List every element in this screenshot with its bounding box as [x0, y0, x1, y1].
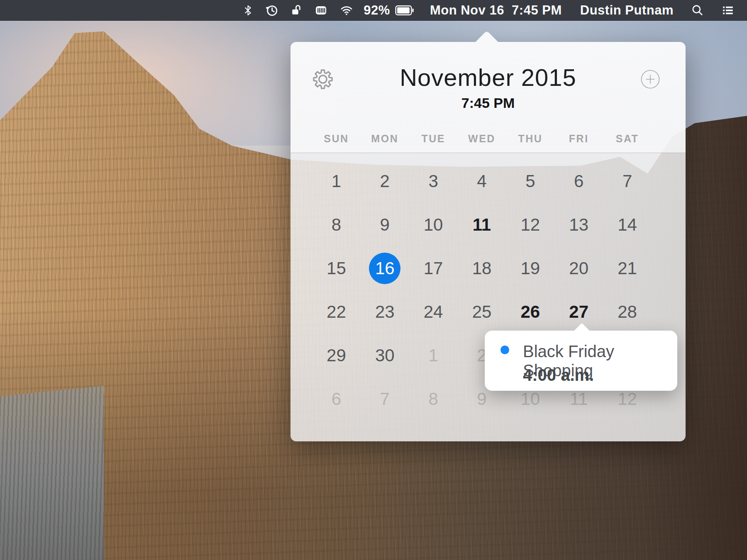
- day-cell[interactable]: 4: [458, 159, 506, 203]
- calendar-month-title: November 2015: [290, 63, 686, 91]
- day-cell[interactable]: 8: [312, 203, 361, 246]
- day-cell[interactable]: 11: [458, 203, 506, 246]
- time-machine-icon[interactable]: [259, 0, 284, 21]
- day-cell[interactable]: 30: [361, 334, 409, 377]
- weekday-label: WED: [458, 130, 506, 147]
- day-cell[interactable]: 5: [506, 159, 554, 203]
- notification-center-icon[interactable]: [712, 0, 747, 21]
- day-cell[interactable]: 18: [458, 246, 506, 290]
- search-icon[interactable]: [683, 0, 712, 21]
- day-cell[interactable]: 3: [409, 159, 458, 203]
- day-cell[interactable]: 10: [409, 203, 458, 246]
- wallpaper-rock-left: [0, 386, 104, 560]
- weekday-label: MON: [361, 130, 409, 147]
- day-cell[interactable]: 29: [312, 334, 361, 377]
- day-cell[interactable]: 15: [312, 246, 361, 290]
- unlocked-padlock-icon[interactable]: [284, 0, 308, 21]
- barcode-icon[interactable]: [308, 0, 334, 21]
- day-cell[interactable]: 1: [312, 159, 361, 203]
- day-cell[interactable]: 20: [554, 246, 603, 290]
- day-cell[interactable]: 12: [506, 203, 554, 246]
- weekday-label: FRI: [554, 130, 603, 147]
- day-cell[interactable]: 6: [312, 377, 361, 421]
- day-cell[interactable]: 14: [603, 203, 652, 246]
- day-cell[interactable]: 16: [361, 246, 409, 290]
- weekday-label: SUN: [312, 130, 361, 147]
- event-tooltip: Black Friday Shopping 4:00 a.m.: [485, 331, 677, 391]
- day-cell[interactable]: 25: [458, 290, 506, 334]
- day-cell[interactable]: 17: [409, 246, 458, 290]
- event-time: 4:00 a.m.: [523, 365, 594, 385]
- day-cell[interactable]: 2: [361, 159, 409, 203]
- battery-percentage: 92%: [364, 3, 390, 18]
- header-divider: [290, 153, 686, 153]
- day-cell[interactable]: 8: [409, 377, 458, 421]
- day-cell[interactable]: 26: [506, 290, 554, 334]
- menu-bar-clock[interactable]: Mon Nov 16 7:45 PM: [421, 0, 571, 21]
- popover-arrow: [466, 31, 508, 42]
- menu-bar-user[interactable]: Dustin Putnam: [571, 0, 683, 21]
- weekday-label: SAT: [603, 130, 652, 147]
- selected-day-circle: 16: [369, 253, 400, 284]
- add-event-button[interactable]: [640, 69, 660, 89]
- bluetooth-icon[interactable]: [237, 0, 259, 21]
- day-cell[interactable]: 21: [603, 246, 652, 290]
- battery-icon[interactable]: [393, 0, 421, 21]
- menu-bar: 92% Mon Nov 16 7:45 PM Dustin Putnam: [0, 0, 747, 21]
- day-cell[interactable]: 28: [603, 290, 652, 334]
- weekday-header-row: SUNMONTUEWEDTHUFRISAT: [312, 130, 652, 147]
- day-cell[interactable]: 22: [312, 290, 361, 334]
- day-cell[interactable]: 6: [554, 159, 603, 203]
- day-cell[interactable]: 9: [361, 203, 409, 246]
- day-cell[interactable]: 24: [409, 290, 458, 334]
- wifi-icon[interactable]: [334, 0, 359, 21]
- day-cell[interactable]: 7: [603, 159, 652, 203]
- calendar-current-time: 7:45 PM: [290, 95, 686, 111]
- event-tooltip-arrow: [565, 323, 598, 331]
- weekday-label: THU: [506, 130, 554, 147]
- day-cell[interactable]: 13: [554, 203, 603, 246]
- day-cell[interactable]: 19: [506, 246, 554, 290]
- day-cell[interactable]: 23: [361, 290, 409, 334]
- event-color-dot: [500, 346, 509, 354]
- weekday-label: TUE: [409, 130, 458, 147]
- day-cell[interactable]: 7: [361, 377, 409, 421]
- day-cell[interactable]: 1: [409, 334, 458, 377]
